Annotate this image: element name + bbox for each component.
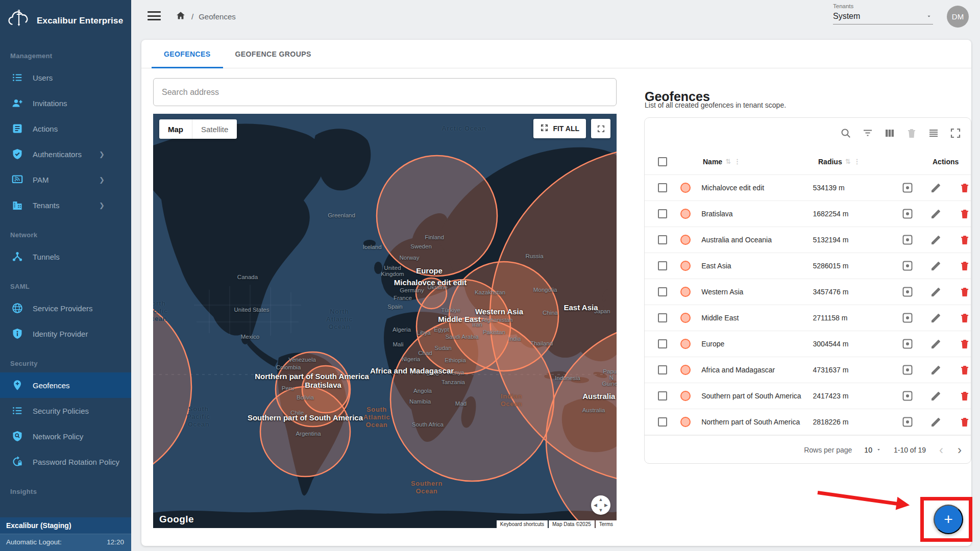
sidebar-item-tenants[interactable]: Tenants❯ [0, 192, 131, 218]
sidebar-item-identity-provider[interactable]: Identity Provider [0, 321, 131, 346]
column-menu-icon[interactable]: ⋮ [854, 158, 861, 165]
row-checkbox[interactable] [658, 209, 667, 218]
preview-icon[interactable] [901, 234, 914, 246]
table-row[interactable]: Europe 3004544 m [645, 331, 971, 357]
map-attribution-item[interactable]: Keyboard shortcuts [497, 520, 548, 528]
sidebar-item-pam[interactable]: PAM❯ [0, 167, 131, 192]
delete-icon[interactable] [959, 312, 971, 324]
edit-icon[interactable] [930, 286, 942, 298]
edit-icon[interactable] [930, 234, 942, 246]
geofence-circle[interactable] [377, 156, 497, 276]
delete-icon[interactable] [959, 182, 971, 194]
sidebar-item-authenticators[interactable]: Authenticators❯ [0, 141, 131, 167]
rows-per-page-select[interactable]: 10 [864, 446, 881, 454]
delete-icon[interactable] [959, 286, 971, 298]
preview-icon[interactable] [901, 416, 914, 428]
delete-icon[interactable] [959, 338, 971, 350]
geofence-circle[interactable] [390, 318, 554, 481]
row-checkbox[interactable] [658, 313, 667, 322]
fit-all-button[interactable]: FIT ALL [533, 119, 586, 138]
google-logo[interactable]: Google [159, 514, 194, 525]
column-menu-icon[interactable]: ⋮ [734, 158, 741, 165]
table-row[interactable]: East Asia 5286015 m [645, 253, 971, 279]
preview-icon[interactable] [901, 182, 914, 194]
sort-icon[interactable]: ⇅ [725, 158, 731, 165]
preview-icon[interactable] [901, 312, 914, 324]
table-row[interactable]: Australia and Oceania 5132194 m [645, 227, 971, 253]
search-address-input[interactable] [153, 78, 617, 106]
sidebar-item-tunnels[interactable]: Tunnels [0, 244, 131, 269]
sidebar-item-service-providers[interactable]: Service Providers [0, 295, 131, 321]
add-geofence-button[interactable]: + [934, 505, 963, 534]
select-all-checkbox[interactable] [658, 157, 667, 166]
geofence-map[interactable]: CanadaUnited StatesMexicoGreenlandIcelan… [153, 114, 617, 528]
map-attribution-item[interactable]: Terms [596, 520, 617, 528]
table-row[interactable]: Western Asia 3457476 m [645, 279, 971, 305]
map-fullscreen-button[interactable] [591, 119, 610, 138]
columns-icon[interactable] [884, 127, 896, 139]
tenant-select[interactable]: Tenants System [833, 3, 933, 24]
column-radius[interactable]: Radius [818, 158, 842, 166]
map-type-satellite-button[interactable]: Satellite [192, 119, 237, 139]
menu-toggle-icon[interactable] [148, 11, 161, 21]
sidebar-item-geofences[interactable]: Geofences [0, 372, 131, 398]
preview-icon[interactable] [901, 364, 914, 376]
sidebar-item-invitations[interactable]: Invitations [0, 90, 131, 116]
row-checkbox[interactable] [658, 391, 667, 400]
edit-icon[interactable] [930, 182, 942, 194]
row-checkbox[interactable] [658, 235, 667, 244]
preview-icon[interactable] [901, 286, 914, 298]
sidebar-item-users[interactable]: Users [0, 65, 131, 90]
geofence-circle[interactable] [153, 290, 191, 484]
home-icon[interactable] [175, 10, 186, 23]
preview-icon[interactable] [901, 208, 914, 220]
table-row[interactable]: Middle East 2711158 m [645, 305, 971, 331]
next-page-button[interactable]: › [957, 443, 963, 457]
preview-icon[interactable] [901, 338, 914, 350]
avatar[interactable]: DM [947, 6, 969, 28]
row-checkbox[interactable] [658, 417, 667, 427]
map-pan-control[interactable]: ▲▼ ◀▶ [591, 495, 610, 515]
row-checkbox[interactable] [658, 339, 667, 348]
table-row[interactable]: Africa and Madagascar 4731637 m [645, 357, 971, 383]
row-checkbox[interactable] [658, 365, 667, 374]
sidebar-item-network-policy[interactable]: Network Policy [0, 423, 131, 449]
filter-icon[interactable] [862, 127, 874, 139]
tab-geofence-groups[interactable]: GEOFENCE GROUPS [223, 40, 324, 68]
table-row[interactable]: Michalovce edit edit 534139 m [645, 175, 971, 201]
edit-icon[interactable] [930, 208, 942, 220]
row-checkbox[interactable] [658, 261, 667, 270]
search-icon[interactable] [840, 127, 852, 139]
row-checkbox[interactable] [658, 287, 667, 296]
delete-icon[interactable] [959, 260, 971, 272]
table-row[interactable]: Northern part of South America 2818226 m [645, 409, 971, 435]
column-name[interactable]: Name [703, 158, 722, 166]
edit-icon[interactable] [930, 390, 942, 402]
preview-icon[interactable] [901, 390, 914, 402]
table-row[interactable]: Bratislava 1682254 m [645, 201, 971, 227]
edit-icon[interactable] [930, 260, 942, 272]
edit-icon[interactable] [930, 364, 942, 376]
map-type-map-button[interactable]: Map [159, 119, 192, 139]
tab-geofences[interactable]: GEOFENCES [152, 40, 223, 68]
sidebar-item-password-rotation-policy[interactable]: Password Rotation Policy [0, 449, 131, 474]
edit-icon[interactable] [930, 338, 942, 350]
table-fullscreen-icon[interactable] [949, 127, 962, 139]
delete-icon[interactable] [959, 390, 971, 402]
edit-icon[interactable] [930, 312, 942, 324]
geofence-circle[interactable] [260, 387, 350, 477]
delete-icon[interactable] [959, 364, 971, 376]
delete-icon[interactable] [959, 208, 971, 220]
sidebar-item-actions[interactable]: Actions [0, 116, 131, 141]
table-row[interactable]: Southern part of South America 2417423 m [645, 383, 971, 409]
row-checkbox[interactable] [658, 183, 667, 192]
preview-icon[interactable] [901, 260, 914, 272]
density-icon[interactable] [927, 127, 940, 139]
edit-icon[interactable] [930, 416, 942, 428]
delete-icon[interactable] [959, 234, 971, 246]
sort-icon[interactable]: ⇅ [845, 158, 851, 165]
content-card: GEOFENCESGEOFENCE GROUPS [141, 40, 971, 546]
sidebar-item-security-policies[interactable]: Security Policies [0, 398, 131, 423]
map-attribution-item[interactable]: Map Data ©2025 [549, 520, 595, 528]
delete-icon[interactable] [959, 416, 971, 428]
